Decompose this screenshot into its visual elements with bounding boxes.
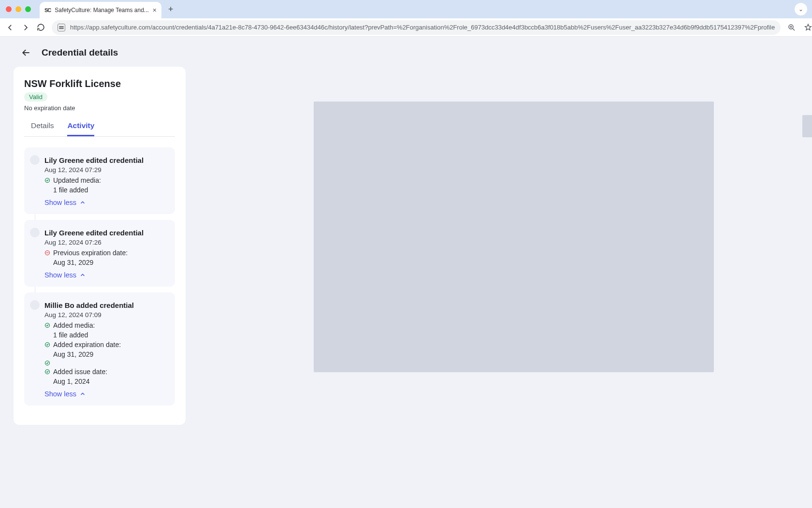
activity-change: Updated media: [44,176,166,184]
check-circle-icon [44,322,50,328]
activity-item: Millie Bo added credential Aug 12, 2024 … [24,292,175,406]
change-value: Aug 31, 2029 [53,259,166,266]
activity-change: Added expiration date: [44,341,166,348]
panel-tabs: Details Activity [24,121,175,137]
credential-side-panel: NSW Forklift License Valid No expiration… [14,67,186,425]
browser-url-bar[interactable]: https://app.safetyculture.com/account/cr… [52,20,781,35]
show-less-toggle[interactable]: Show less [44,271,166,279]
minus-circle-icon [44,250,50,256]
change-label: Added issue date: [53,368,107,376]
tab-title: SafetyCulture: Manage Teams and... [55,7,149,14]
check-circle-icon [44,342,50,348]
window-close-button[interactable] [6,6,12,12]
check-circle-icon [44,177,50,183]
tab-close-button[interactable]: × [153,6,157,14]
activity-change [44,360,166,366]
activity-change: Added issue date: [44,368,166,376]
tab-activity[interactable]: Activity [67,121,94,136]
change-value: 1 file added [53,331,166,339]
status-badge: Valid [24,92,47,102]
expiration-text: No expiration date [24,104,175,112]
document-preview-placeholder[interactable] [314,102,714,372]
change-value: Aug 31, 2029 [53,350,166,358]
page-header: Credential details [0,37,812,67]
chevron-up-icon [79,272,86,278]
activity-change: Added media: [44,321,166,329]
change-label: Updated media: [53,176,101,184]
tab-favicon: SC [44,7,51,13]
window-maximize-button[interactable] [25,6,31,12]
change-label: Added expiration date: [53,341,121,348]
activity-timeline: Lily Greene edited credential Aug 12, 20… [24,147,175,406]
check-circle-icon [44,360,50,366]
show-less-toggle[interactable]: Show less [44,199,166,206]
browser-toolbar: https://app.safetyculture.com/account/cr… [0,18,812,37]
browser-toolbar-right [787,22,812,33]
show-less-label: Show less [44,271,76,279]
activity-item: Lily Greene edited credential Aug 12, 20… [24,220,175,287]
activity-title: Millie Bo added credential [44,301,166,309]
document-preview-area [229,102,798,372]
url-text: https://app.safetyculture.com/account/cr… [70,24,775,31]
page-title: Credential details [42,47,118,58]
show-less-toggle[interactable]: Show less [44,390,166,398]
change-value: 1 file added [53,186,166,194]
new-tab-button[interactable]: + [168,4,174,15]
check-circle-icon [44,369,50,375]
tab-details[interactable]: Details [31,121,54,136]
back-button[interactable] [21,48,31,58]
chevron-up-icon [79,391,86,397]
site-info-icon[interactable] [58,24,65,31]
content-row: NSW Forklift License Valid No expiration… [0,67,812,425]
show-less-label: Show less [44,390,76,398]
activity-title: Lily Greene edited credential [44,229,166,237]
activity-change: Previous expiration date: [44,249,166,257]
activity-date: Aug 12, 2024 07:26 [44,239,166,246]
browser-tab-strip: SC SafetyCulture: Manage Teams and... × … [0,0,812,18]
show-less-label: Show less [44,199,76,206]
app-root: Credential details NSW Forklift License … [0,37,812,508]
browser-forward-button[interactable] [21,23,30,32]
bookmark-star-icon[interactable] [804,23,812,32]
svg-rect-1 [59,28,63,29]
chevron-up-icon [79,199,86,206]
activity-date: Aug 12, 2024 07:29 [44,166,166,174]
browser-reload-button[interactable] [37,23,45,31]
window-controls [6,6,31,12]
change-label: Previous expiration date: [53,249,128,257]
tab-list-dropdown[interactable]: ⌄ [795,3,807,15]
activity-title: Lily Greene edited credential [44,156,166,164]
window-minimize-button[interactable] [15,6,21,12]
thumbnail-placeholder[interactable] [802,115,812,137]
zoom-icon[interactable] [787,23,796,32]
activity-item: Lily Greene edited credential Aug 12, 20… [24,147,175,214]
browser-tab[interactable]: SC SafetyCulture: Manage Teams and... × [40,2,161,18]
browser-back-button[interactable] [6,23,14,32]
svg-rect-0 [59,26,63,27]
credential-name: NSW Forklift License [24,78,175,89]
change-value: Aug 1, 2024 [53,377,166,385]
activity-date: Aug 12, 2024 07:09 [44,311,166,319]
change-label: Added media: [53,321,95,329]
